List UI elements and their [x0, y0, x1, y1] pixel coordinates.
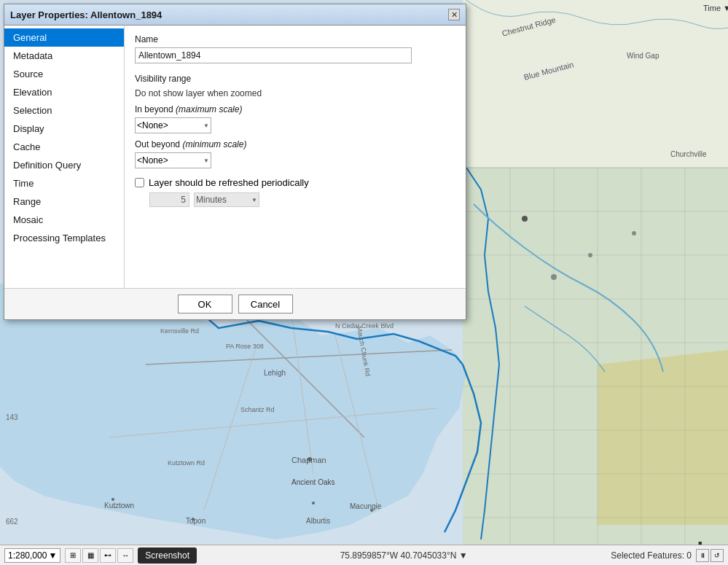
selected-features-label: Selected Features: 0: [611, 550, 692, 561]
sidebar-item-general[interactable]: General: [4, 28, 124, 47]
out-beyond-arrow: ▼: [203, 157, 209, 164]
svg-text:Kernsville Rd: Kernsville Rd: [160, 327, 199, 335]
svg-text:Lehigh: Lehigh: [264, 369, 286, 377]
dialog-title: Layer Properties: Allentown_1894: [10, 9, 162, 20]
svg-text:PA Rose 308: PA Rose 308: [226, 343, 264, 350]
table-icon[interactable]: ▦: [82, 548, 98, 563]
svg-text:Wind Gap: Wind Gap: [627, 52, 659, 60]
svg-text:Macungie: Macungie: [350, 502, 382, 510]
in-beyond-select[interactable]: <None> ▼: [135, 117, 211, 133]
sidebar-item-display[interactable]: Display: [4, 120, 124, 138]
unit-arrow: ▼: [251, 197, 257, 203]
sidebar-item-cache[interactable]: Cache: [4, 138, 124, 156]
toolbar-icons: ⊞ ▦ ⊷ ↔: [65, 548, 133, 563]
refresh-label: Layer should be refreshed periodically: [149, 177, 309, 188]
visibility-label: Visibility range: [135, 74, 455, 84]
svg-text:143: 143: [6, 413, 18, 421]
grid-icon[interactable]: ⊞: [65, 548, 81, 563]
close-button[interactable]: ✕: [448, 9, 460, 20]
svg-point-33: [522, 216, 528, 222]
sidebar-item-mosaic[interactable]: Mosaic: [4, 211, 124, 229]
out-beyond-label: Out beyond (minimum scale): [135, 139, 455, 149]
dialog-body: GeneralMetadataSourceElevationSelectionD…: [4, 26, 466, 288]
in-beyond-arrow: ▼: [203, 122, 209, 129]
ruler-icon[interactable]: ⊷: [100, 548, 116, 563]
svg-point-31: [588, 253, 592, 257]
sidebar-item-source[interactable]: Source: [4, 65, 124, 83]
dialog-titlebar: Layer Properties: Allentown_1894 ✕: [4, 4, 466, 26]
layer-properties-dialog: Layer Properties: Allentown_1894 ✕ Gener…: [4, 4, 466, 320]
svg-point-13: [111, 498, 114, 501]
coordinates-text: 75.8959857°W 40.7045033°N: [340, 550, 457, 561]
pause-button[interactable]: ⏸: [696, 549, 709, 562]
svg-point-32: [632, 231, 636, 235]
in-beyond-row: <None> ▼: [135, 117, 455, 133]
svg-text:Kutztown Rd: Kutztown Rd: [168, 459, 205, 467]
coordinates-arrow: ▼: [459, 550, 468, 561]
scale-value: 1:280,000: [8, 550, 47, 561]
name-label: Name: [135, 34, 455, 44]
refresh-number-input[interactable]: [149, 192, 189, 207]
out-beyond-value: <None>: [137, 155, 168, 165]
svg-text:N Cedar Creek Blvd: N Cedar Creek Blvd: [335, 322, 394, 330]
svg-text:Topon: Topon: [186, 517, 206, 525]
refresh-unit-value: Minutes: [196, 195, 227, 205]
svg-text:Churchville: Churchville: [670, 150, 707, 158]
svg-text:Ancient Oaks: Ancient Oaks: [291, 478, 334, 486]
svg-marker-3: [598, 350, 728, 525]
svg-text:Kutztown: Kutztown: [104, 502, 134, 510]
refresh-button[interactable]: ↺: [711, 549, 724, 562]
refresh-checkbox[interactable]: [135, 178, 144, 187]
name-input[interactable]: [135, 47, 412, 63]
out-beyond-select[interactable]: <None> ▼: [135, 152, 211, 168]
svg-text:Chapman: Chapman: [291, 456, 326, 464]
in-beyond-label: In beyond (maximum scale): [135, 104, 455, 114]
svg-text:Alburtis: Alburtis: [306, 517, 330, 525]
cancel-button[interactable]: Cancel: [238, 295, 293, 313]
screenshot-button[interactable]: Screenshot: [138, 548, 197, 564]
refresh-checkbox-row: Layer should be refreshed periodically: [135, 177, 455, 188]
svg-text:662: 662: [6, 518, 18, 526]
screenshot-label: Screenshot: [145, 550, 189, 561]
refresh-unit-select[interactable]: Minutes ▼: [194, 192, 259, 207]
arrow-icon[interactable]: ↔: [117, 548, 133, 563]
sidebar-item-processing-templates[interactable]: Processing Templates: [4, 229, 124, 247]
svg-text:Schantz Rd: Schantz Rd: [240, 406, 275, 413]
sidebar-item-metadata[interactable]: Metadata: [4, 47, 124, 65]
dialog-content: Name Visibility range Do not show layer …: [125, 26, 466, 288]
dialog-sidebar: GeneralMetadataSourceElevationSelectionD…: [4, 26, 125, 288]
out-beyond-row: <None> ▼: [135, 152, 455, 168]
dialog-footer: OK Cancel: [4, 288, 466, 319]
sidebar-item-definition-query[interactable]: Definition Query: [4, 156, 124, 174]
coordinates-display: 75.8959857°W 40.7045033°N ▼: [201, 550, 606, 561]
sidebar-item-selection[interactable]: Selection: [4, 101, 124, 120]
bottom-toolbar: 1:280,000 ▼ ⊞ ▦ ⊷ ↔ Screenshot 75.895985…: [0, 545, 728, 565]
scale-dropdown[interactable]: 1:280,000 ▼: [4, 548, 60, 563]
refresh-interval-row: Minutes ▼: [149, 192, 455, 207]
sidebar-item-range[interactable]: Range: [4, 192, 124, 211]
in-beyond-value: <None>: [137, 120, 168, 130]
sidebar-item-time[interactable]: Time: [4, 174, 124, 192]
svg-text:Time ▼: Time ▼: [703, 4, 728, 12]
svg-point-30: [551, 274, 557, 280]
playback-controls: ⏸ ↺: [696, 549, 724, 562]
ok-button[interactable]: OK: [178, 295, 232, 313]
sidebar-item-elevation[interactable]: Elevation: [4, 83, 124, 101]
scale-arrow: ▼: [48, 550, 57, 561]
visibility-desc: Do not show layer when zoomed: [135, 88, 455, 98]
svg-point-12: [312, 502, 315, 504]
